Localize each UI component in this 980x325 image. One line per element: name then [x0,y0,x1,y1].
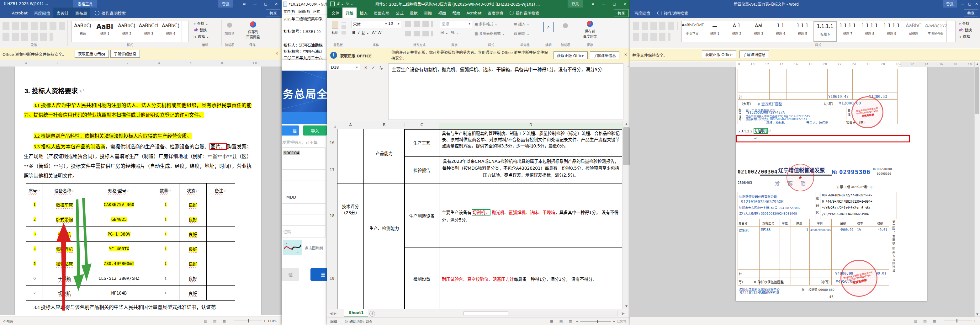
style-item[interactable]: 1.1.1.1标题 8 [859,21,881,42]
excel-grid[interactable]: 16 17 18 19 技术评分（23分） 产品能力 生产、检测能力 生产工艺 … [327,129,622,309]
form-field[interactable] [282,180,326,192]
tab-baidu-pan[interactable]: 百度网盘 [631,8,654,18]
paragraph-icons[interactable] [3,22,65,30]
tab-table-design[interactable]: 表设计 [53,8,72,18]
menu-file[interactable]: 文件(F) [283,9,295,14]
style-item[interactable]: AaBbC(标题 2 [116,21,138,42]
tell-me-search[interactable]: 操作说明搜索 [101,8,129,18]
style-item[interactable]: AaBbC副标题 [902,21,924,42]
style-item[interactable]: AaBl标题 1 [94,21,116,42]
style-item[interactable]: 1.1.1.1标题 9 [881,21,902,42]
style-item-selected[interactable]: 1.1.1.1标题 6 [813,21,837,42]
formula-collapse-icon[interactable]: ˄ [627,65,629,69]
fx-icon[interactable]: fx [379,65,383,71]
find-button[interactable]: ⌕ 查找 [959,21,972,26]
form-field[interactable] [282,169,326,181]
cell-C18[interactable]: 生产制造设备 [404,184,439,248]
replace-button[interactable]: ab 替换 [959,27,972,32]
learn-more-button[interactable]: 了解详细信息 [110,50,140,58]
tab-table-layout[interactable]: 表布局 [72,8,90,18]
captcha-image[interactable] [283,240,302,255]
save-to-baidupan-button[interactable]: 保存到 百度网盘 [580,21,600,38]
maximize-icon[interactable]: ▢ [609,0,620,7]
find-button[interactable]: ⌕ 查找 ⌄ [194,21,209,26]
tab-review[interactable]: 审阅 [421,8,435,18]
captcha-input-field[interactable]: 证码 [282,225,326,237]
tab-home[interactable]: 开始 [342,8,356,18]
zoom-in-icon[interactable]: + [612,319,615,323]
cell-C17[interactable]: 检验报告 [404,156,439,184]
view-icons[interactable]: ▥ ▤ ▦ [914,319,938,323]
formula-input[interactable]: 主要生产设备有切割机，抛光机、氩弧焊机、钻床、干燥箱，具备其中一种得1分，没有不… [388,64,624,120]
zoom-slider[interactable] [944,320,972,321]
cell-A18-A19-merged[interactable]: 技术评分（23分） [337,184,364,309]
insert-cells-button[interactable]: ⊞ 插入 ⌄ [514,21,530,26]
tab-insert[interactable]: 插入 [356,8,371,18]
save-to-baidupan-button[interactable]: 保存到 百度网盘 [243,21,263,39]
col-header-A[interactable]: A [337,123,364,127]
maximize-icon[interactable]: ▢ [260,0,271,7]
login-button[interactable]: 登录 [218,0,233,8]
close-icon[interactable]: ✕ [973,0,980,7]
notepad-titlebar[interactable]: *10.21A43-03包 - 记事本 [282,0,327,8]
cell-D19[interactable]: 耐压试验台、真空校验仪、活塞压力计每具备一种得1分，满分3分， 没有不得分. [439,248,622,309]
style-item[interactable]: 1.1标题 4 [770,21,792,42]
minimize-icon[interactable]: — [250,0,260,7]
excel-titlebar[interactable]: ↺ ⌄ ↻ ⌄ 附件5：2025年二级物资集中采购A43压力表 (JC2025-… [327,0,630,8]
alignment-icons-row2[interactable] [405,31,433,37]
maximize-icon[interactable]: ▢ [966,0,973,7]
hscroll-right-icon[interactable]: ▶ [622,311,625,315]
share-button[interactable]: 共享 [614,9,628,17]
replace-button[interactable]: ab 替换 [194,27,209,32]
col-header-B[interactable]: B [364,123,405,127]
style-item[interactable]: 1.1.1.1标题 7 [837,21,859,42]
word-right-ruler[interactable]: 8 10 12 14 16 18 20 22 24 26 28 30 32 34… [630,62,975,67]
redo-icon[interactable]: ↻ ⌄ [346,2,353,6]
undo-icon[interactable]: ↺ ⌄ [336,2,344,6]
row-header-19[interactable]: 19 [327,248,337,309]
captcha-refresh-hint[interactable]: 点击图片刷 [305,245,323,250]
get-genuine-office-button[interactable]: 获取正版 Office [702,51,736,58]
pin-window-icon[interactable]: ⧉ [239,0,250,7]
conditional-format-button[interactable]: ▦ 条件格式 ⌄ [474,21,498,26]
amount-field[interactable]: MDD [282,191,326,204]
style-item[interactable]: AaBbC(标题 4 [160,21,181,42]
style-item[interactable]: A 1标题 2 [725,21,748,42]
zoom-in-icon[interactable]: + [263,319,266,323]
minimize-icon[interactable]: — [598,0,609,7]
addin-icon[interactable] [563,23,568,28]
name-box[interactable]: D18▾ [329,64,360,71]
style-item[interactable]: Aal标题 3 [748,21,770,42]
cell-D18-active[interactable]: 主要生产设备有切割机， 抛光机、氩弧焊机、钻床、干燥箱，具备其中一种得1分， 没… [439,184,622,248]
cell-B18-B19-merged[interactable]: 生产、检测能力 [364,184,404,309]
style-item[interactable]: AaBbCcDdE中文正文. [682,21,704,42]
gallery-scroll[interactable]: ⌄ [947,21,952,42]
number-format-select[interactable]: 常规▾ [440,21,472,28]
style-item[interactable]: 1.1.1标题 5 [792,21,813,42]
tab-acrobat[interactable]: Acrobat [9,8,31,18]
col-header-C[interactable]: C [404,123,439,127]
font-name-select[interactable]: 宋体▾ [352,21,388,28]
tab-formulas[interactable]: 公式 [393,8,407,18]
close-icon[interactable]: ✕ [271,0,282,7]
sheet-tab-sheet1[interactable]: Sheet1 [344,309,368,317]
cell-B16-B17-merged[interactable]: 产品能力 [364,129,404,184]
cancel-icon[interactable]: ✕ [364,65,368,70]
get-genuine-office-button[interactable]: 获取正版 Office [554,51,588,59]
gallery-scroll[interactable]: ⌄ [181,21,187,42]
zoom-level[interactable]: 120% [617,319,627,323]
form-field[interactable] [282,159,326,170]
clipboard-icons[interactable] [342,22,346,35]
login-button[interactable]: 登录 [943,0,957,8]
accessibility-status[interactable]: 辅助功能: 调查 [349,319,372,324]
cell-A16-A17[interactable] [337,129,364,184]
cell-D17[interactable]: 具有2023年以来CMA或CNAS检验机构出具的属于本包别招标系列产品的质量检验… [439,156,622,184]
tab-data[interactable]: 数据 [407,8,421,18]
tab-file[interactable]: 文件 [328,8,342,18]
font-size-select[interactable]: 10▾ [387,21,401,28]
import-button[interactable]: 导入 [303,126,327,135]
enter-icon[interactable]: ✓ [372,65,375,70]
notepad-content[interactable]: 2025年二级物资集中采 招标编号：LHZB1-20 招标人：辽河石油勘探 招标… [282,14,327,60]
share-button[interactable]: 共享 [266,9,280,17]
learn-more-button[interactable]: 了解详细信息 [590,51,619,59]
